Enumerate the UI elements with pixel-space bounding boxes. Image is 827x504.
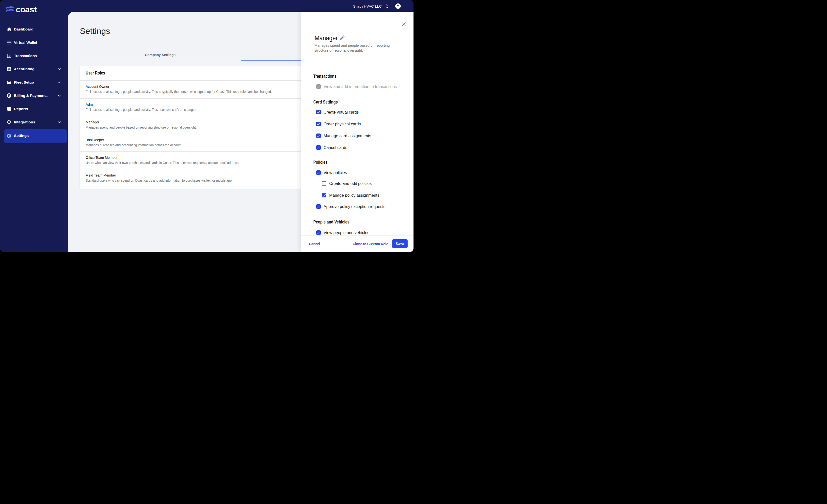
svg-text:coast: coast <box>16 6 37 14</box>
